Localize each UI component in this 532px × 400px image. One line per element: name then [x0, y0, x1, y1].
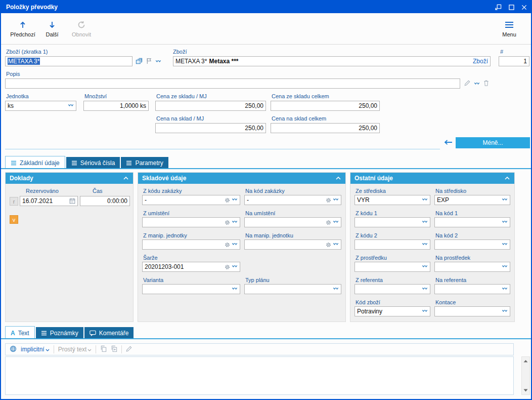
scroll-up-icon[interactable]: [522, 357, 529, 365]
to-location-input[interactable]: [244, 217, 341, 227]
shortcut-input[interactable]: METAXA 3*: [5, 56, 132, 66]
text-editor-area[interactable]: [5, 356, 514, 395]
dropdown-icon[interactable]: [232, 287, 238, 291]
dropdown-icon[interactable]: [502, 309, 508, 313]
trash-icon[interactable]: [483, 80, 489, 88]
dropdown-icon[interactable]: [422, 220, 428, 224]
language-dropdown[interactable]: implicitní: [21, 346, 50, 353]
dropdown-icon[interactable]: [422, 243, 428, 247]
tab-poznamky[interactable]: Poznámky: [36, 327, 83, 339]
from-code2-input[interactable]: [354, 239, 430, 250]
maximize-icon[interactable]: [509, 5, 514, 10]
dropdown-icon[interactable]: [502, 265, 508, 269]
to-code1-input[interactable]: [434, 217, 510, 227]
goods-code-input[interactable]: Potraviny: [354, 306, 430, 316]
dropdown-icon[interactable]: [232, 220, 238, 224]
globe-icon[interactable]: [10, 345, 17, 354]
collapse-panel-icon[interactable]: [123, 176, 129, 180]
refresh-button[interactable]: Obnovit: [67, 16, 96, 42]
dropdown-icon[interactable]: [502, 243, 508, 247]
collapse-panel-icon[interactable]: [504, 176, 510, 180]
description-input[interactable]: [5, 78, 460, 89]
collapse-arrow-left-icon[interactable]: [444, 139, 453, 145]
tab-seriova-cisla[interactable]: Sériová čísla: [66, 157, 120, 169]
gear-icon[interactable]: [326, 197, 331, 203]
dropdown-icon[interactable]: [333, 220, 339, 224]
less-button[interactable]: Méně...: [456, 137, 530, 148]
dropdown-icon[interactable]: [155, 58, 161, 65]
dropdown-icon[interactable]: [502, 287, 508, 291]
from-location-input[interactable]: [142, 217, 240, 227]
reservation-v-button[interactable]: v: [10, 215, 18, 224]
format-dropdown[interactable]: Prostý text: [58, 346, 92, 353]
price-out-total-input[interactable]: 250,00: [271, 101, 380, 111]
calendar-icon[interactable]: [69, 198, 75, 204]
reserved-date-input[interactable]: 16.07.2021: [20, 196, 78, 206]
paste-icon[interactable]: [111, 345, 117, 353]
dropdown-icon[interactable]: [422, 265, 428, 269]
from-order-input[interactable]: -: [142, 195, 240, 205]
from-center-input[interactable]: VYR: [354, 195, 430, 205]
gear-icon[interactable]: [225, 197, 230, 203]
dropdown-icon[interactable]: [68, 104, 74, 108]
number-input[interactable]: 1: [499, 56, 529, 66]
dropdown-icon[interactable]: [232, 198, 238, 202]
dropdown-icon[interactable]: [422, 287, 428, 291]
tab-parametry[interactable]: Parametry: [121, 157, 168, 169]
menu-button[interactable]: Menu: [495, 16, 524, 42]
price-in-total-input[interactable]: 250,00: [271, 123, 380, 133]
vertical-scrollbar[interactable]: [521, 356, 530, 395]
gear-icon[interactable]: [326, 220, 331, 225]
unit-input[interactable]: ks: [5, 101, 76, 111]
gear-icon[interactable]: [225, 264, 230, 270]
pencil-icon[interactable]: [464, 80, 470, 88]
to-code2-input[interactable]: [434, 239, 510, 250]
price-out-mj-input[interactable]: 250,00: [155, 101, 266, 111]
dropdown-icon[interactable]: [422, 198, 428, 202]
scroll-down-icon[interactable]: [522, 387, 529, 394]
to-order-input[interactable]: -: [244, 195, 341, 205]
dropdown-icon[interactable]: [232, 265, 238, 269]
variant-input[interactable]: [142, 284, 240, 294]
dropdown-icon[interactable]: [502, 220, 508, 224]
pencil-icon[interactable]: [126, 346, 132, 353]
reserved-time-input[interactable]: 0:00:00: [80, 196, 130, 206]
dropdown-icon[interactable]: [333, 243, 339, 247]
goods-lookup-icon[interactable]: [136, 58, 143, 66]
dropdown-icon[interactable]: [422, 309, 428, 313]
from-handling-unit-input[interactable]: [142, 239, 240, 250]
from-resource-input[interactable]: [354, 262, 430, 272]
to-handling-unit-input[interactable]: [244, 239, 341, 250]
dropdown-icon[interactable]: [333, 198, 339, 202]
reservation-r-button[interactable]: r: [10, 197, 18, 206]
tab-text[interactable]: A Text: [5, 326, 35, 339]
to-center-input[interactable]: EXP: [434, 195, 510, 205]
dropdown-icon[interactable]: [474, 81, 480, 88]
quantity-input[interactable]: 1,0000 ks: [83, 101, 149, 111]
goods-link[interactable]: Zboží: [473, 58, 488, 65]
gear-icon[interactable]: [225, 242, 230, 248]
tab-komentare[interactable]: Komentáře: [84, 327, 134, 339]
dropdown-icon[interactable]: [232, 243, 238, 247]
flag-icon[interactable]: [146, 58, 152, 66]
collapse-panel-icon[interactable]: [335, 176, 341, 180]
price-in-mj-input[interactable]: 250,00: [155, 123, 266, 133]
dropdown-icon[interactable]: [333, 287, 339, 291]
from-code1-input[interactable]: [354, 217, 430, 227]
next-button[interactable]: Další: [37, 16, 67, 42]
plan-type-input[interactable]: [244, 284, 341, 294]
close-icon[interactable]: [521, 5, 527, 10]
copy-icon[interactable]: [100, 345, 107, 353]
to-resource-input[interactable]: [434, 262, 510, 272]
previous-button[interactable]: Předchozí: [8, 16, 37, 42]
to-referent-input[interactable]: [434, 284, 510, 294]
dropdown-icon[interactable]: [502, 198, 508, 202]
from-referent-input[interactable]: [354, 284, 430, 294]
gear-icon[interactable]: [326, 242, 331, 248]
batch-input[interactable]: 20201203-001: [142, 262, 240, 272]
tab-zakladni-udaje[interactable]: Základní údaje: [5, 156, 65, 169]
dock-window-icon[interactable]: [495, 4, 502, 10]
posting-input[interactable]: [434, 306, 510, 316]
goods-input[interactable]: METAXA 3*Metaxa *** Zboží: [173, 56, 491, 66]
gear-icon[interactable]: [225, 220, 230, 225]
